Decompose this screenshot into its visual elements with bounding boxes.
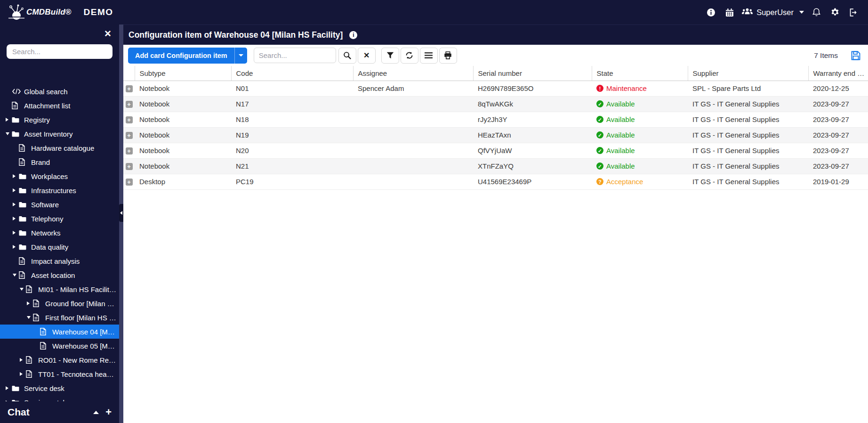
tree-item[interactable]: Networks — [0, 226, 119, 240]
calendar-icon[interactable] — [720, 3, 739, 22]
tree-item[interactable]: Telephony — [0, 212, 119, 226]
tree-item[interactable]: Software — [0, 197, 119, 212]
settings-gear-icon[interactable] — [826, 3, 844, 22]
caret-down-icon[interactable] — [20, 288, 26, 291]
sidebar-search-input[interactable] — [7, 44, 113, 59]
table-row[interactable]: +NotebookN178qTwAKGk✓AvailableIT GS - IT… — [123, 96, 868, 112]
add-card-button[interactable]: Add card Configuration item — [128, 48, 247, 64]
caret-right-icon[interactable] — [13, 217, 19, 220]
close-icon: ✕ — [363, 51, 370, 60]
tree-item[interactable]: Registry — [0, 113, 119, 127]
table-row[interactable]: +DesktopPC19U41569E23469P?AcceptanceIT G… — [123, 174, 868, 189]
user-name: SuperUser — [756, 8, 794, 17]
print-button[interactable] — [439, 48, 457, 64]
table-row[interactable]: +NotebookN21XTnFZaYQ✓AvailableIT GS - IT… — [123, 158, 868, 174]
column-header[interactable]: Warranty end d… — [808, 66, 868, 81]
column-header[interactable]: Assignee — [353, 66, 473, 81]
logout-icon[interactable] — [844, 3, 863, 22]
state-cell: !Maintenance — [592, 81, 688, 96]
caret-right-icon[interactable] — [20, 372, 26, 376]
caret-down-icon[interactable] — [6, 132, 12, 135]
tree-item[interactable]: Attachment list — [0, 98, 119, 113]
caret-right-icon[interactable] — [6, 386, 12, 390]
expand-row-button[interactable]: + — [126, 116, 133, 123]
tree-item[interactable]: Service desk — [0, 381, 119, 395]
tree-item[interactable]: Hardware catalogue — [0, 141, 119, 155]
caret-right-icon[interactable] — [6, 118, 12, 122]
expand-row-button[interactable]: + — [126, 85, 133, 92]
main-titlebar: Configuration item of Warehouse 04 [Mila… — [123, 24, 868, 45]
grid-search-input[interactable] — [254, 48, 336, 63]
warranty-cell: 2023-09-27 — [808, 127, 868, 143]
tree-item[interactable]: Infrastructures — [0, 183, 119, 197]
search-button[interactable] — [338, 48, 356, 64]
tree-item[interactable]: First floor [Milan HS F… — [0, 310, 119, 325]
caret-down-icon[interactable] — [13, 274, 19, 277]
save-grid-settings-button[interactable] — [851, 51, 860, 60]
expand-row-button[interactable]: + — [126, 101, 133, 108]
tree-item[interactable]: Workplaces — [0, 169, 119, 183]
caret-right-icon[interactable] — [13, 245, 19, 249]
sidebar-collapse-handle[interactable] — [119, 204, 123, 222]
notifications-bell-icon[interactable] — [807, 3, 826, 22]
state-label: Available — [606, 162, 635, 170]
tree-item-label: Ground floor [Milan … — [45, 300, 117, 308]
tree-item[interactable]: Warehouse 05 [Mi… — [0, 339, 119, 353]
column-header[interactable]: Code — [231, 66, 353, 81]
expand-row-button[interactable]: + — [126, 147, 133, 155]
sidebar-splitter[interactable] — [119, 24, 123, 423]
tree-item[interactable]: Ground floor [Milan … — [0, 296, 119, 310]
column-header[interactable]: Serial number — [473, 66, 592, 81]
refresh-button[interactable] — [401, 48, 418, 64]
chat-add-icon[interactable]: + — [105, 407, 112, 417]
grid-options-button[interactable] — [420, 48, 438, 64]
tree-item[interactable]: MI01 - Milan HS Facility … — [0, 282, 119, 296]
expand-row-button[interactable]: + — [126, 163, 133, 170]
table-row[interactable]: +NotebookN20QfVYjUaW✓AvailableIT GS - IT… — [123, 143, 868, 158]
caret-right-icon[interactable] — [13, 203, 19, 206]
caret-right-icon[interactable] — [13, 231, 19, 235]
subtype-cell: Notebook — [135, 158, 231, 174]
caret-right-icon[interactable] — [27, 301, 33, 305]
caret-down-icon[interactable] — [27, 316, 33, 319]
table-row[interactable]: +NotebookN01Spencer AdamH269N789E365O!Ma… — [123, 81, 868, 96]
tree-item[interactable]: Data quality — [0, 240, 119, 254]
title-info-icon[interactable]: i — [349, 31, 357, 39]
caret-right-icon[interactable] — [13, 188, 19, 192]
tree-item-label: Infrastructures — [31, 187, 79, 195]
sidebar-close-icon[interactable]: ✕ — [104, 29, 112, 38]
user-menu[interactable]: SuperUser — [742, 8, 804, 17]
file-icon — [26, 370, 35, 378]
tree-item[interactable]: TT01 - Tecnoteca head… — [0, 367, 119, 381]
caret-right-icon[interactable] — [13, 174, 19, 178]
clear-search-button[interactable]: ✕ — [358, 48, 376, 64]
tree-item[interactable]: RO01 - New Rome Rese… — [0, 353, 119, 367]
info-icon[interactable] — [701, 3, 720, 22]
caret-right-icon[interactable] — [20, 358, 26, 362]
serial-cell: rJy2Jh3Y — [473, 112, 592, 127]
tree-item-label: MI01 - Milan HS Facility … — [38, 285, 119, 293]
tree-item-label: TT01 - Tecnoteca head… — [38, 370, 119, 378]
tree-item[interactable]: Service catalogue — [0, 395, 119, 401]
tree-item[interactable]: Asset Inventory — [0, 127, 119, 141]
filter-button[interactable] — [381, 48, 399, 64]
column-header[interactable]: Subtype — [135, 66, 231, 81]
table-row[interactable]: +NotebookN18rJy2Jh3Y✓AvailableIT GS - IT… — [123, 112, 868, 127]
tree-item-label: Global search — [24, 88, 71, 96]
tree-item[interactable]: Global search — [0, 84, 119, 98]
expand-row-button[interactable]: + — [126, 179, 133, 186]
tree-item[interactable]: Brand — [0, 155, 119, 169]
chat-bar[interactable]: Chat + — [0, 401, 119, 423]
table-row[interactable]: +NotebookN19HEazTAxn✓AvailableIT GS - IT… — [123, 127, 868, 143]
tree-item[interactable]: Asset location — [0, 268, 119, 282]
column-header[interactable]: Supplier — [688, 66, 808, 81]
tree-item[interactable]: Warehouse 04 [Mi… — [0, 325, 119, 339]
serial-cell: HEazTAxn — [473, 127, 592, 143]
expand-row-button[interactable]: + — [126, 132, 133, 139]
tree-item[interactable]: Impact analysis — [0, 254, 119, 268]
chat-collapse-icon[interactable] — [93, 411, 99, 414]
add-card-dropdown-toggle[interactable] — [234, 48, 247, 64]
column-header[interactable]: State — [592, 66, 688, 81]
file-icon — [26, 285, 35, 293]
file-icon — [19, 257, 28, 265]
